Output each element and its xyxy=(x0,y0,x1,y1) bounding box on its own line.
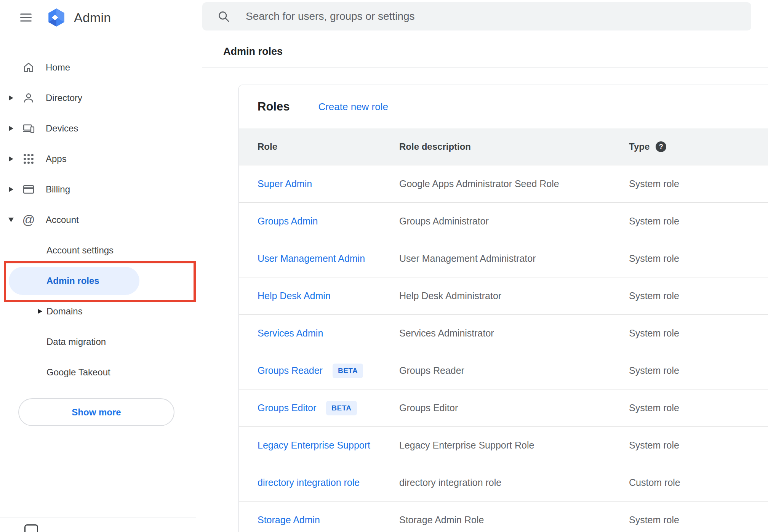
app-title: Admin xyxy=(74,10,111,25)
sidebar-item-label: Apps xyxy=(46,154,67,164)
sidebar-item-label: Home xyxy=(46,62,70,73)
sidebar-item-label: Devices xyxy=(46,123,78,134)
admin-logo-icon xyxy=(46,7,67,28)
sidebar-item-billing[interactable]: Billing xyxy=(0,174,202,205)
chevron-down-icon[interactable] xyxy=(5,218,17,222)
sidebar-item-label: Account settings xyxy=(46,245,114,256)
card-title: Roles xyxy=(258,100,290,114)
divider xyxy=(202,67,768,67)
chevron-right-icon[interactable] xyxy=(38,309,42,314)
table-row: Super Admin Google Apps Administrator Se… xyxy=(239,165,768,202)
table-row: Services Admin Services Administrator Sy… xyxy=(239,314,768,352)
sidebar-item-account[interactable]: @ Account xyxy=(0,205,202,235)
role-link[interactable]: Legacy Enterprise Support xyxy=(258,440,370,451)
table-row: Groups Admin Groups Administrator System… xyxy=(239,202,768,240)
role-description: Groups Reader xyxy=(399,365,629,376)
beta-badge: BETA xyxy=(326,401,357,415)
credit-card-icon xyxy=(22,183,35,196)
sidebar-item-apps[interactable]: Apps xyxy=(0,144,202,174)
role-description: Help Desk Administrator xyxy=(399,290,629,301)
breadcrumb: Admin roles xyxy=(223,46,283,58)
role-type: System role xyxy=(629,514,768,526)
role-description: directory integration role xyxy=(399,477,629,488)
role-type: Custom role xyxy=(629,477,768,488)
at-sign-icon: @ xyxy=(22,213,35,226)
help-icon[interactable] xyxy=(656,141,666,152)
column-header-description: Role description xyxy=(399,141,629,152)
sidebar-item-data-migration[interactable]: Data migration xyxy=(0,327,202,357)
person-icon xyxy=(22,91,35,104)
column-header-role: Role xyxy=(258,141,399,152)
role-link[interactable]: Help Desk Admin xyxy=(258,290,331,301)
role-description: Services Administrator xyxy=(399,328,629,339)
menu-icon[interactable] xyxy=(17,8,35,27)
column-header-type: Type xyxy=(629,141,768,152)
role-link[interactable]: Groups Admin xyxy=(258,216,318,227)
role-description: Groups Administrator xyxy=(399,216,629,227)
column-header-type-label: Type xyxy=(629,141,650,152)
role-type: System role xyxy=(629,178,768,189)
role-link[interactable]: User Management Admin xyxy=(258,253,365,264)
search-bar[interactable] xyxy=(202,2,751,30)
sidebar-item-home[interactable]: Home xyxy=(0,52,202,83)
sidebar-nav: Home Directory Devices xyxy=(0,52,202,388)
search-input[interactable] xyxy=(246,5,751,28)
role-link[interactable]: Groups Editor xyxy=(258,402,316,413)
sidebar-item-label: Domains xyxy=(46,306,83,317)
sidebar: Admin Home Directory xyxy=(0,0,202,532)
role-type: System role xyxy=(629,328,768,339)
chevron-right-icon[interactable] xyxy=(5,126,17,131)
apps-grid-icon xyxy=(22,152,35,165)
chevron-right-icon[interactable] xyxy=(5,95,17,101)
role-link[interactable]: Storage Admin xyxy=(258,514,320,526)
divider xyxy=(0,518,196,518)
table-row: Storage Admin Storage Admin Role System … xyxy=(239,501,768,532)
devices-icon xyxy=(22,122,35,135)
role-description: Groups Editor xyxy=(399,402,629,413)
role-link[interactable]: directory integration role xyxy=(258,477,360,488)
table-row: Legacy Enterprise Support Legacy Enterpr… xyxy=(239,426,768,464)
roles-card: Roles Create new role Role Role descript… xyxy=(238,85,768,532)
role-description: User Management Administrator xyxy=(399,253,629,264)
role-type: System role xyxy=(629,216,768,227)
role-type: System role xyxy=(629,402,768,413)
role-link[interactable]: Super Admin xyxy=(258,178,312,189)
role-description: Storage Admin Role xyxy=(399,514,629,526)
sidebar-item-domains[interactable]: Domains xyxy=(0,296,202,327)
sidebar-item-account-settings[interactable]: Account settings xyxy=(0,235,202,266)
sidebar-item-label: Directory xyxy=(46,93,82,103)
role-description: Legacy Enterprise Support Role xyxy=(399,440,629,451)
sidebar-item-label: Account xyxy=(46,215,79,225)
role-link[interactable]: Services Admin xyxy=(258,328,323,339)
table-row: Groups Editor BETA Groups Editor System … xyxy=(239,389,768,426)
sidebar-item-label: Billing xyxy=(46,184,70,195)
sidebar-item-directory[interactable]: Directory xyxy=(0,83,202,113)
sidebar-item-devices[interactable]: Devices xyxy=(0,113,202,144)
table-row: User Management Admin User Management Ad… xyxy=(239,240,768,277)
table-row: directory integration role directory int… xyxy=(239,464,768,501)
table-row: Help Desk Admin Help Desk Administrator … xyxy=(239,277,768,314)
chevron-right-icon[interactable] xyxy=(5,187,17,192)
beta-badge: BETA xyxy=(333,364,363,378)
role-type: System role xyxy=(629,290,768,301)
role-type: System role xyxy=(629,365,768,376)
chevron-right-icon[interactable] xyxy=(5,156,17,162)
role-type: System role xyxy=(629,440,768,451)
role-description: Google Apps Administrator Seed Role xyxy=(399,178,629,189)
table-row: Groups Reader BETA Groups Reader System … xyxy=(239,352,768,389)
home-icon xyxy=(22,61,35,74)
sidebar-item-label: Google Takeout xyxy=(46,367,110,378)
search-icon xyxy=(217,10,230,23)
role-type: System role xyxy=(629,253,768,264)
sidebar-item-label: Data migration xyxy=(46,337,106,347)
card-header: Roles Create new role xyxy=(239,85,768,128)
sidebar-item-admin-roles[interactable]: Admin roles xyxy=(0,266,202,296)
sidebar-item-label: Admin roles xyxy=(46,276,99,286)
table-header-row: Role Role description Type xyxy=(239,128,768,165)
show-more-button[interactable]: Show more xyxy=(18,398,174,426)
create-new-role-link[interactable]: Create new role xyxy=(318,101,388,113)
feedback-icon[interactable] xyxy=(24,524,38,532)
sidebar-header: Admin xyxy=(0,5,111,30)
role-link[interactable]: Groups Reader xyxy=(258,365,323,376)
sidebar-item-google-takeout[interactable]: Google Takeout xyxy=(0,357,202,388)
